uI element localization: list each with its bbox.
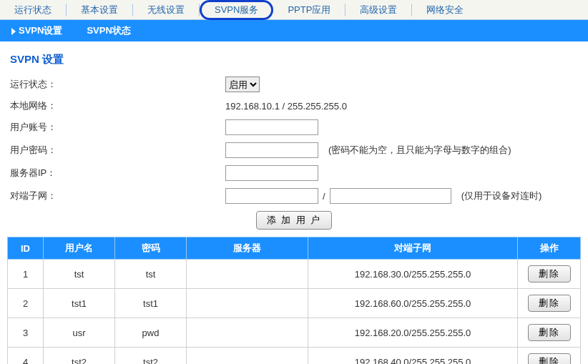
subnav-svpn-status[interactable]: SVPN状态 <box>87 24 130 37</box>
cell-subnet: 192.168.60.0/255.255.255.0 <box>308 289 518 318</box>
subnet-sep: / <box>323 191 325 202</box>
cell-user: tst1 <box>44 289 115 318</box>
nav-svpn[interactable]: SVPN服务 <box>200 0 273 20</box>
cell-user: usr <box>44 318 115 348</box>
pwd-hint: (密码不能为空，且只能为字母与数字的组合) <box>328 144 511 157</box>
cell-id: 2 <box>8 289 44 318</box>
cell-server <box>187 289 308 318</box>
nav-advanced[interactable]: 高级设置 <box>346 4 412 16</box>
cell-pwd: tst <box>115 260 187 289</box>
th-id: ID <box>8 237 44 260</box>
local-net-value: 192.168.10.1 / 255.255.255.0 <box>225 101 347 112</box>
cell-subnet: 192.168.40.0/255.255.255.0 <box>308 348 518 365</box>
subnet-mask-input[interactable] <box>330 188 451 204</box>
cell-id: 1 <box>8 260 44 289</box>
pwd-input[interactable] <box>225 142 318 158</box>
user-input[interactable] <box>225 119 318 135</box>
th-op: 操作 <box>518 237 581 260</box>
status-select[interactable]: 启用 <box>225 77 260 92</box>
users-table: ID 用户名 密码 服务器 对端子网 操作 1tsttst192.168.30.… <box>7 237 581 364</box>
cell-user: tst2 <box>44 348 115 365</box>
cell-server <box>187 260 308 289</box>
table-row: 1tsttst192.168.30.0/255.255.255.0删除 <box>8 260 581 289</box>
delete-button[interactable]: 删除 <box>528 324 571 341</box>
add-user-button[interactable]: 添 加 用 户 <box>256 211 333 230</box>
nav-pptp[interactable]: PPTP应用 <box>273 4 346 16</box>
cell-subnet: 192.168.20.0/255.255.255.0 <box>308 318 518 348</box>
server-label: 服务器IP： <box>7 167 225 179</box>
cell-user: tst <box>44 260 115 289</box>
cell-id: 4 <box>8 348 44 365</box>
subnet-label: 对端子网： <box>7 190 225 202</box>
nav-basic[interactable]: 基本设置 <box>67 4 133 16</box>
sub-nav: SVPN设置 SVPN状态 <box>0 20 588 41</box>
arrow-icon <box>11 28 16 35</box>
cell-server <box>187 348 308 365</box>
subnet-net-input[interactable] <box>225 188 318 204</box>
table-row: 2tst1tst1192.168.60.0/255.255.255.0删除 <box>8 289 581 318</box>
server-input[interactable] <box>225 165 318 181</box>
th-subnet: 对端子网 <box>308 237 518 260</box>
cell-pwd: tst1 <box>115 289 187 318</box>
users-tbody: 1tsttst192.168.30.0/255.255.255.0删除2tst1… <box>8 260 581 365</box>
status-label: 运行状态： <box>7 78 225 91</box>
cell-pwd: tst2 <box>115 348 187 365</box>
table-row: 3usrpwd192.168.20.0/255.255.255.0删除 <box>8 318 581 348</box>
th-user: 用户名 <box>44 237 115 260</box>
nav-status[interactable]: 运行状态 <box>0 4 67 16</box>
top-nav: 运行状态 基本设置 无线设置 SVPN服务 PPTP应用 高级设置 网络安全 <box>0 0 588 20</box>
subnet-hint: (仅用于设备对连时) <box>461 190 542 202</box>
delete-button[interactable]: 删除 <box>528 265 571 282</box>
cell-id: 3 <box>8 318 44 348</box>
cell-op: 删除 <box>518 289 581 318</box>
content: SVPN 设置 运行状态： 启用 本地网络： 192.168.10.1 / 25… <box>0 41 588 364</box>
delete-button[interactable]: 删除 <box>528 353 571 364</box>
subnav-svpn-settings[interactable]: SVPN设置 <box>11 24 62 37</box>
pwd-label: 用户密码： <box>7 144 225 157</box>
user-label: 用户账号： <box>7 121 225 134</box>
cell-server <box>187 318 308 348</box>
page-title: SVPN 设置 <box>10 53 581 67</box>
th-pwd: 密码 <box>115 237 187 260</box>
delete-button[interactable]: 删除 <box>528 295 571 312</box>
table-row: 4tst2tst2192.168.40.0/255.255.255.0删除 <box>8 348 581 365</box>
cell-subnet: 192.168.30.0/255.255.255.0 <box>308 260 518 289</box>
nav-security[interactable]: 网络安全 <box>412 4 478 16</box>
cell-op: 删除 <box>518 318 581 348</box>
cell-op: 删除 <box>518 348 581 365</box>
nav-wireless[interactable]: 无线设置 <box>133 4 200 16</box>
cell-pwd: pwd <box>115 318 187 348</box>
local-net-label: 本地网络： <box>7 99 225 112</box>
th-server: 服务器 <box>187 237 308 260</box>
cell-op: 删除 <box>518 260 581 289</box>
subnav-label-settings: SVPN设置 <box>19 25 62 36</box>
